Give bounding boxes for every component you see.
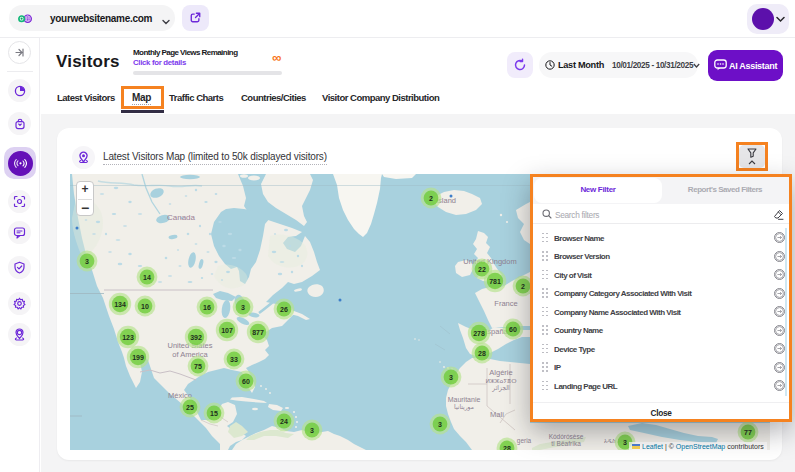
svg-text:25: 25 [186,404,194,411]
svg-text:15: 15 [210,410,218,417]
svg-text:Canada: Canada [167,213,196,222]
svg-text:10: 10 [141,303,149,310]
svg-text:3: 3 [438,421,442,428]
svg-text:3: 3 [241,304,245,311]
svg-text:Mauritanie: Mauritanie [448,396,481,403]
svg-text:22: 22 [478,266,486,273]
svg-text:France: France [494,299,517,308]
svg-text:14: 14 [143,274,151,281]
svg-text:tî Bêafrîka: tî Bêafrîka [551,440,581,447]
svg-text:77: 77 [744,429,752,436]
svg-text:60: 60 [242,378,250,385]
svg-text:278: 278 [473,330,485,337]
svg-text:3: 3 [623,439,627,446]
svg-text:الجزائر: الجزائر [491,385,510,392]
svg-text:33: 33 [230,356,238,363]
svg-text:3: 3 [85,258,89,265]
svg-text:2: 2 [429,195,433,202]
svg-text:26: 26 [280,306,288,313]
svg-text:16: 16 [203,304,211,311]
svg-text:107: 107 [221,327,233,334]
svg-text:ⵍⵣⵣⴰⵢⴻⵔ: ⵍⵣⵣⴰⵢⴻⵔ [485,378,516,384]
svg-text:28: 28 [478,350,486,357]
svg-text:2: 2 [521,283,525,290]
svg-text:123: 123 [122,334,134,341]
svg-text:Kódórósèse: Kódórósèse [549,433,584,440]
svg-text:Mali: Mali [490,410,504,419]
svg-text:392: 392 [190,334,202,341]
svg-text:75: 75 [194,363,202,370]
svg-text:781: 781 [489,278,501,285]
svg-text:877: 877 [252,329,264,336]
svg-text:موريتانيا: موريتانيا [454,404,474,411]
svg-text:Algérie: Algérie [489,368,512,377]
svg-text:geria: geria [517,437,532,445]
svg-text:3: 3 [449,374,453,381]
svg-text:28: 28 [503,445,511,451]
svg-text:134: 134 [114,301,126,308]
svg-text:3: 3 [310,427,314,434]
svg-text:60: 60 [509,326,517,333]
svg-text:199: 199 [132,354,144,361]
svg-text:24: 24 [280,418,288,425]
